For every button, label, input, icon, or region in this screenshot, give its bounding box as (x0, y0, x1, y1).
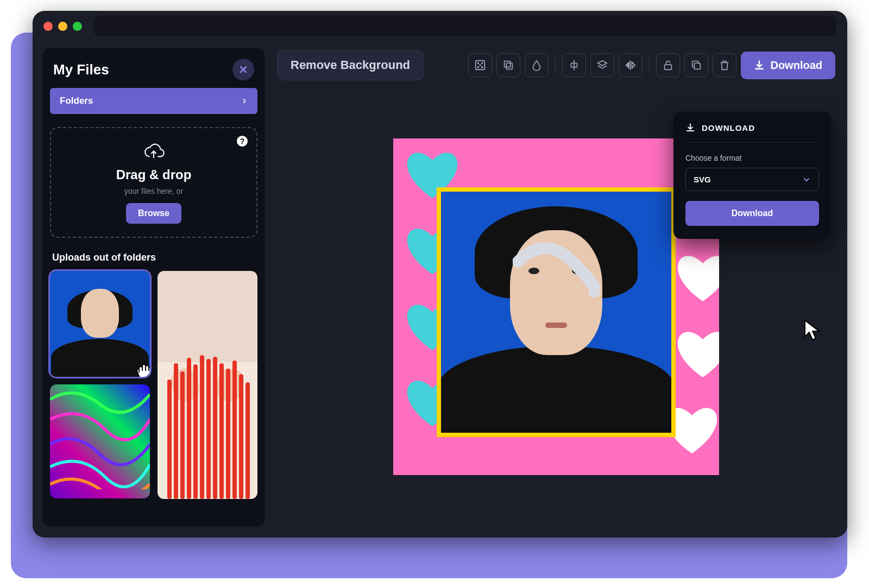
help-icon[interactable]: ? (237, 136, 248, 147)
uploads-section-label: Uploads out of folders (52, 252, 255, 263)
download-button[interactable]: Download (741, 52, 835, 79)
svg-point-5 (480, 65, 481, 66)
artboard[interactable] (393, 138, 719, 475)
svg-rect-7 (507, 63, 513, 69)
files-sidebar: My Files Folders ? Drag & drop your file… (42, 48, 265, 527)
app-window: My Files Folders ? Drag & drop your file… (33, 11, 847, 538)
download-panel: DOWNLOAD Choose a format SVG Download (673, 112, 831, 239)
download-panel-heading: DOWNLOAD (702, 123, 755, 132)
sidebar-title: My Files (53, 61, 109, 78)
window-controls (43, 22, 82, 31)
browse-button[interactable]: Browse (126, 203, 181, 224)
maximize-window-button[interactable] (73, 22, 82, 31)
minimize-window-button[interactable] (58, 22, 67, 31)
cloud-upload-icon (143, 143, 165, 163)
toolbar-icon-group: Download (468, 52, 835, 79)
framed-photo[interactable] (437, 187, 676, 437)
download-icon (685, 123, 695, 132)
remove-background-button[interactable]: Remove Background (277, 50, 424, 80)
download-icon (754, 60, 765, 71)
duplicate-icon[interactable] (496, 53, 520, 77)
background-pattern-icon[interactable] (468, 53, 492, 77)
dropzone-subtitle: your files here, or (124, 187, 183, 195)
close-sidebar-button[interactable] (232, 59, 254, 80)
svg-point-4 (482, 67, 483, 68)
svg-point-3 (478, 67, 479, 68)
download-confirm-button[interactable]: Download (685, 201, 819, 226)
toolbar-divider (649, 57, 650, 73)
dropzone-title: Drag & drop (116, 167, 192, 182)
svg-point-1 (478, 62, 479, 64)
upload-dropzone[interactable]: ? Drag & drop your files here, or Browse (50, 127, 257, 238)
heart-shape-white (670, 247, 719, 306)
align-center-icon[interactable] (562, 53, 586, 77)
format-selected-value: SVG (694, 175, 711, 184)
svg-rect-6 (505, 61, 511, 67)
heart-shape-white (670, 323, 719, 382)
copy-icon[interactable] (684, 53, 708, 77)
address-bar[interactable] (94, 16, 836, 36)
download-button-label: Download (770, 59, 822, 72)
grab-cursor-icon (134, 361, 150, 377)
editor-toolbar: Remove Background Download (275, 48, 837, 87)
thumbnail-abstract-swirl[interactable] (50, 384, 150, 498)
trash-icon[interactable] (713, 53, 736, 77)
svg-rect-9 (665, 65, 672, 69)
mouse-cursor-icon (802, 318, 824, 341)
window-titlebar (33, 11, 847, 41)
close-window-button[interactable] (43, 22, 53, 31)
svg-point-2 (482, 62, 483, 64)
thumbnail-red-braids[interactable] (158, 271, 257, 499)
layers-icon[interactable] (590, 53, 614, 77)
opacity-drop-icon[interactable] (525, 53, 549, 77)
thumbnail-grid (50, 271, 257, 516)
face-paint-decoration (513, 240, 600, 300)
thumbnail-portrait-blue[interactable] (50, 271, 150, 377)
chevron-down-icon (802, 175, 811, 184)
unlock-icon[interactable] (656, 53, 680, 77)
chevron-right-icon (241, 97, 248, 105)
toolbar-divider (555, 57, 556, 73)
folders-label: Folders (60, 96, 93, 106)
download-panel-header: DOWNLOAD (685, 123, 819, 143)
close-icon (238, 64, 249, 75)
folders-toggle[interactable]: Folders (50, 88, 257, 114)
flip-horizontal-icon[interactable] (619, 53, 643, 77)
format-select[interactable]: SVG (685, 168, 819, 191)
svg-rect-10 (695, 63, 701, 69)
format-field-label: Choose a format (685, 154, 819, 162)
